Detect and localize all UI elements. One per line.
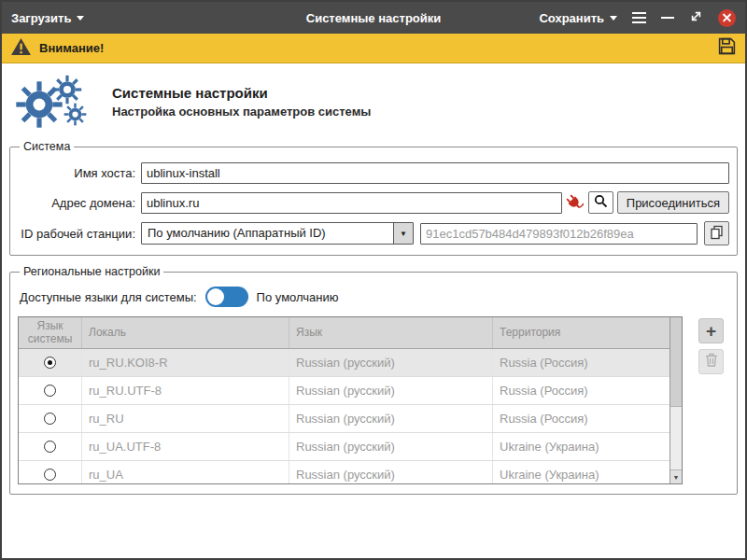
page-title: Системные настройки (112, 85, 371, 101)
copy-icon (710, 225, 724, 243)
station-id-label: ID рабочей станции: (18, 227, 141, 241)
cell-locale: ru_UA (82, 461, 289, 483)
table-row[interactable]: ru_RU.KOI8-R Russian (русский) Russia (Р… (19, 349, 669, 377)
warning-message: Внимание! (39, 41, 104, 55)
row-radio[interactable] (44, 413, 56, 425)
regional-legend: Региональные настройки (20, 265, 163, 278)
save-menu-button[interactable]: Сохранить (539, 11, 617, 25)
station-id-select[interactable]: По умолчанию (Аппаратный ID) ▼ (141, 222, 414, 245)
settings-window: Загрузить Системные настройки Сохранить (0, 0, 747, 560)
add-locale-button[interactable]: + (698, 318, 724, 343)
hostname-label: Имя хоста: (18, 166, 141, 180)
join-domain-button[interactable]: Присоединиться (617, 191, 729, 214)
cell-language: Russian (русский) (289, 461, 493, 483)
column-header-locale: Локаль (82, 317, 289, 348)
cell-language: Russian (русский) (289, 349, 493, 376)
table-row[interactable]: ru_UA Russian (русский) Ukraine (Украина… (19, 461, 669, 483)
languages-label: Доступные языки для системы: (20, 290, 197, 304)
warning-bar: Внимание! (2, 34, 745, 63)
table-scrollbar[interactable]: ▼ (669, 317, 682, 483)
save-file-icon[interactable] (717, 36, 737, 60)
chevron-down-icon (610, 16, 617, 21)
search-icon (594, 194, 608, 211)
cell-territory: Russia (Россия) (493, 377, 669, 404)
row-radio[interactable] (44, 357, 56, 369)
trash-icon (705, 353, 718, 371)
column-header-system-language: Язык системы (19, 317, 82, 348)
close-icon[interactable] (718, 9, 736, 27)
cell-locale: ru_RU.UTF-8 (82, 377, 289, 404)
cell-locale: ru_UA.UTF-8 (82, 433, 289, 460)
scroll-down-icon[interactable]: ▼ (670, 469, 682, 483)
cell-territory: Russia (Россия) (493, 349, 669, 376)
resize-icon[interactable] (689, 9, 703, 27)
cell-language: Russian (русский) (289, 433, 493, 460)
main-content: Системные настройки Настройка основных п… (2, 63, 745, 558)
scrollbar-thumb[interactable] (670, 317, 682, 407)
hamburger-menu-icon[interactable] (632, 12, 646, 23)
system-legend: Система (20, 140, 74, 153)
regional-section: Региональные настройки Доступные языки д… (9, 265, 738, 495)
row-radio[interactable] (44, 469, 56, 481)
station-id-value-field[interactable] (420, 223, 698, 245)
save-menu-label: Сохранить (539, 11, 604, 25)
disconnected-plug-icon (565, 194, 585, 212)
table-row[interactable]: ru_RU.UTF-8 Russian (русский) Russia (Ро… (19, 377, 669, 405)
chevron-down-icon: ▼ (393, 223, 413, 244)
delete-locale-button[interactable] (698, 349, 724, 374)
cell-language: Russian (русский) (289, 377, 493, 404)
copy-id-button[interactable] (704, 221, 729, 245)
locale-table: Язык системы Локаль Язык Территория ru_R… (18, 316, 683, 484)
domain-label: Адрес домена: (18, 196, 141, 210)
search-domain-button[interactable] (588, 191, 613, 214)
row-radio[interactable] (44, 441, 56, 453)
default-languages-toggle[interactable] (205, 287, 248, 307)
station-id-selected-option: По умолчанию (Аппаратный ID) (142, 223, 393, 244)
hostname-input[interactable] (141, 162, 729, 184)
cell-territory: Russia (Россия) (493, 405, 669, 432)
titlebar: Загрузить Системные настройки Сохранить (2, 2, 745, 34)
warning-icon (10, 37, 32, 60)
cell-language: Russian (русский) (289, 405, 493, 432)
cell-territory: Ukraine (Украина) (493, 433, 669, 460)
page-subtitle: Настройка основных параметров системы (112, 105, 371, 119)
minimize-icon[interactable] (661, 17, 674, 19)
cell-territory: Ukraine (Украина) (493, 461, 669, 483)
load-menu-button[interactable]: Загрузить (11, 11, 84, 25)
cell-locale: ru_RU (82, 405, 289, 432)
system-section: Система Имя хоста: Адрес домена: (9, 140, 738, 256)
locale-table-header: Язык системы Локаль Язык Территория (19, 317, 669, 349)
load-menu-label: Загрузить (11, 11, 71, 25)
row-radio[interactable] (44, 385, 56, 397)
toggle-label: По умолчанию (257, 290, 339, 304)
domain-input[interactable] (141, 192, 562, 214)
gears-icon (15, 75, 95, 129)
column-header-language: Язык (289, 317, 493, 348)
cell-locale: ru_RU.KOI8-R (82, 349, 289, 376)
chevron-down-icon (77, 16, 84, 21)
locale-table-body: ru_RU.KOI8-R Russian (русский) Russia (Р… (19, 349, 669, 483)
app-header: Системные настройки Настройка основных п… (9, 71, 738, 140)
table-row[interactable]: ru_UA.UTF-8 Russian (русский) Ukraine (У… (19, 433, 669, 461)
table-row[interactable]: ru_RU Russian (русский) Russia (Россия) (19, 405, 669, 433)
column-header-territory: Территория (493, 317, 669, 348)
